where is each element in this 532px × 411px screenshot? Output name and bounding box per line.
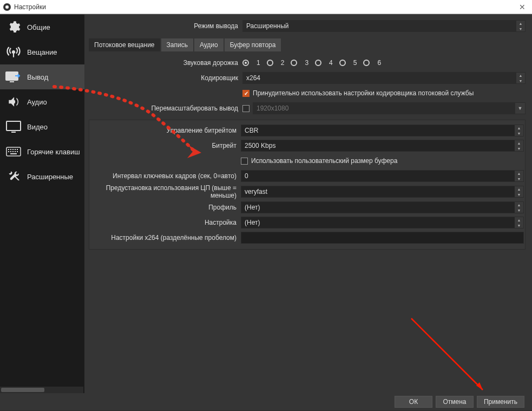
sidebar-item-label: Вещание: [27, 48, 57, 56]
sidebar-item-output[interactable]: Вывод: [0, 64, 84, 89]
tab-audio[interactable]: Аудио: [194, 38, 224, 51]
custom-buffer-label: Использовать пользовательский размер буф…: [251, 157, 397, 165]
close-button[interactable]: ✕: [516, 3, 529, 11]
svg-rect-13: [15, 151, 16, 152]
enforce-checkbox[interactable]: [242, 90, 249, 97]
video-icon: [5, 121, 22, 133]
audio-track-radio-1[interactable]: [242, 60, 249, 66]
svg-rect-12: [12, 151, 14, 152]
profile-label: Профиль: [90, 204, 241, 211]
sidebar-item-label: Вывод: [27, 73, 48, 81]
bitrate-label: Битрейт: [90, 142, 241, 149]
rate-control-label: Управление битрейтом: [90, 127, 241, 134]
sidebar-item-video[interactable]: Видео: [0, 114, 84, 139]
svg-rect-9: [17, 149, 18, 150]
tab-streaming[interactable]: Потоковое вещание: [89, 38, 160, 51]
keyint-label: Интервал ключевых кадров (сек, 0=авто): [90, 172, 241, 180]
audio-track-radio-4[interactable]: [315, 60, 321, 66]
tune-label: Настройка: [90, 219, 241, 226]
ok-button[interactable]: ОК: [395, 396, 432, 408]
rescale-resolution-select[interactable]: 1920x1080 ▼: [253, 102, 526, 114]
rate-control-select[interactable]: CBR ▲▼: [241, 125, 524, 136]
audio-track-radio-group: 1 2 3 4 5 6: [242, 59, 381, 67]
profile-select[interactable]: (Нет) ▲▼: [241, 201, 524, 213]
cancel-button[interactable]: Отмена: [436, 396, 474, 408]
main-content: Режим вывода Расширенный ▲▼ Потоковое ве…: [84, 15, 532, 393]
custom-buffer-checkbox[interactable]: [241, 158, 248, 165]
audio-track-radio-3[interactable]: [291, 60, 297, 66]
audio-track-radio-5[interactable]: [339, 60, 346, 66]
bitrate-input[interactable]: 2500 Kbps ▲▼: [241, 140, 524, 152]
sidebar-scrollbar[interactable]: [0, 387, 83, 393]
sidebar-item-label: Горячие клавиш: [27, 148, 80, 156]
apply-button[interactable]: Применить: [477, 396, 524, 408]
window-title: Настройки: [14, 3, 516, 11]
sidebar-item-audio[interactable]: Аудио: [0, 89, 84, 114]
audio-track-radio-2[interactable]: [267, 60, 273, 66]
svg-rect-5: [8, 149, 9, 150]
dialog-footer: ОК Отмена Применить: [0, 393, 532, 410]
svg-rect-7: [12, 149, 14, 150]
output-mode-label: Режим вывода: [89, 22, 242, 30]
audio-icon: [5, 95, 22, 109]
svg-rect-8: [15, 149, 16, 150]
x264opts-label: Настройки x264 (разделённые пробелом): [90, 234, 241, 242]
cpu-preset-label: Предустановка использования ЦП (выше = м…: [90, 184, 241, 199]
audio-track-label: Звуковая дорожка: [89, 59, 242, 67]
svg-rect-10: [8, 151, 9, 152]
title-bar: Настройки ✕: [0, 0, 532, 14]
sidebar-item-stream[interactable]: Вещание: [0, 40, 84, 64]
gear-icon: [5, 20, 22, 34]
sidebar-item-advanced[interactable]: Расширенные: [0, 164, 84, 189]
tab-replay-buffer[interactable]: Буфер повтора: [225, 38, 281, 51]
svg-rect-15: [10, 153, 17, 154]
audio-track-radio-6[interactable]: [363, 60, 370, 66]
sidebar-item-label: Общие: [27, 23, 50, 31]
svg-rect-1: [10, 81, 14, 82]
svg-rect-2: [6, 121, 21, 131]
rescale-label: Перемасштабировать вывод: [89, 105, 242, 112]
enforce-label: Принудительно использовать настройки код…: [253, 89, 474, 97]
tab-recording[interactable]: Запись: [161, 38, 193, 51]
svg-rect-3: [11, 132, 16, 133]
encoder-select[interactable]: x264 ▲▼: [242, 72, 526, 84]
tune-select[interactable]: (Нет) ▲▼: [241, 217, 524, 229]
keyint-input[interactable]: 0 ▲▼: [241, 170, 524, 182]
output-tabs: Потоковое вещание Запись Аудио Буфер пов…: [89, 38, 526, 51]
advanced-icon: [5, 169, 22, 184]
obs-logo-icon: [3, 3, 11, 11]
encoder-settings-panel: Управление битрейтом CBR ▲▼ Битрейт 2500…: [89, 120, 526, 250]
svg-rect-11: [10, 151, 11, 152]
encoder-label: Кодировщик: [89, 74, 242, 82]
sidebar-item-hotkeys[interactable]: Горячие клавиш: [0, 139, 84, 164]
svg-rect-14: [17, 151, 18, 152]
output-mode-select[interactable]: Расширенный ▲▼: [242, 20, 526, 32]
sidebar-item-label: Расширенные: [27, 173, 73, 181]
rescale-checkbox[interactable]: [242, 105, 249, 112]
cpu-preset-select[interactable]: veryfast ▲▼: [241, 186, 524, 198]
hotkeys-icon: [5, 147, 22, 156]
sidebar-item-label: Видео: [27, 123, 48, 131]
output-icon: [5, 70, 22, 83]
sidebar-item-general[interactable]: Общие: [0, 15, 84, 40]
sidebar: Общие Вещание Вывод Аудио Видео: [0, 15, 84, 393]
broadcast-icon: [5, 45, 22, 59]
svg-rect-6: [10, 149, 11, 150]
sidebar-item-label: Аудио: [27, 98, 47, 106]
x264opts-input[interactable]: [241, 232, 524, 244]
